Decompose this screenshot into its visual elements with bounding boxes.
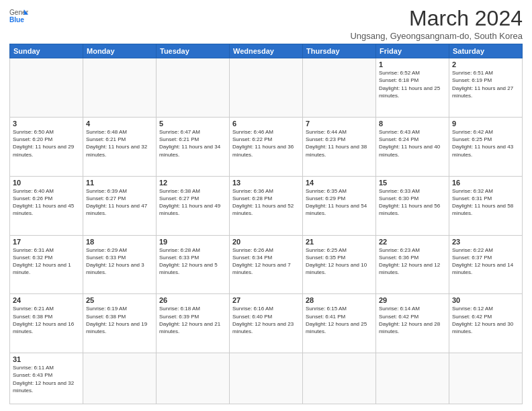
calendar-cell-5-1: 24Sunrise: 6:21 AM Sunset: 6:38 PM Dayli… [10, 294, 83, 353]
logo-icon: General Blue [9, 7, 28, 26]
day-number: 12 [159, 179, 226, 187]
col-thursday: Thursday [303, 44, 376, 58]
day-number: 21 [306, 238, 373, 246]
calendar-cell-1-6: 1Sunrise: 6:52 AM Sunset: 6:18 PM Daylig… [376, 58, 449, 118]
day-info: Sunrise: 6:46 AM Sunset: 6:22 PM Dayligh… [232, 128, 300, 158]
calendar-week-4: 17Sunrise: 6:31 AM Sunset: 6:32 PM Dayli… [10, 235, 523, 294]
day-number: 31 [13, 355, 80, 363]
calendar-cell-5-2: 25Sunrise: 6:19 AM Sunset: 6:38 PM Dayli… [83, 294, 157, 353]
day-info: Sunrise: 6:44 AM Sunset: 6:23 PM Dayligh… [306, 128, 373, 158]
calendar-cell-5-7: 30Sunrise: 6:12 AM Sunset: 6:42 PM Dayli… [449, 294, 523, 353]
calendar-header-row: Sunday Monday Tuesday Wednesday Thursday… [10, 44, 523, 58]
day-number: 3 [13, 120, 80, 128]
day-number: 18 [86, 238, 153, 246]
day-info: Sunrise: 6:21 AM Sunset: 6:38 PM Dayligh… [13, 305, 80, 335]
day-info: Sunrise: 6:15 AM Sunset: 6:41 PM Dayligh… [306, 305, 373, 335]
day-info: Sunrise: 6:11 AM Sunset: 6:43 PM Dayligh… [13, 364, 80, 394]
calendar-cell-3-7: 16Sunrise: 6:32 AM Sunset: 6:31 PM Dayli… [449, 176, 523, 235]
calendar-cell-6-3 [157, 353, 230, 404]
day-number: 9 [452, 120, 519, 128]
calendar-cell-6-5 [303, 353, 376, 404]
calendar-cell-3-4: 13Sunrise: 6:36 AM Sunset: 6:28 PM Dayli… [230, 176, 303, 235]
day-info: Sunrise: 6:38 AM Sunset: 6:27 PM Dayligh… [159, 187, 226, 218]
day-info: Sunrise: 6:19 AM Sunset: 6:38 PM Dayligh… [86, 305, 153, 335]
day-info: Sunrise: 6:52 AM Sunset: 6:18 PM Dayligh… [379, 69, 446, 99]
day-number: 25 [86, 296, 153, 304]
calendar-cell-3-6: 15Sunrise: 6:33 AM Sunset: 6:30 PM Dayli… [376, 176, 449, 235]
calendar-cell-4-2: 18Sunrise: 6:29 AM Sunset: 6:33 PM Dayli… [83, 235, 157, 294]
calendar-cell-3-1: 10Sunrise: 6:40 AM Sunset: 6:26 PM Dayli… [10, 176, 83, 235]
day-number: 4 [86, 120, 153, 128]
calendar-cell-1-7: 2Sunrise: 6:51 AM Sunset: 6:19 PM Daylig… [449, 58, 523, 118]
calendar-cell-1-4 [230, 58, 303, 118]
day-info: Sunrise: 6:40 AM Sunset: 6:26 PM Dayligh… [13, 187, 80, 218]
day-number: 22 [379, 238, 446, 246]
calendar-cell-2-6: 8Sunrise: 6:43 AM Sunset: 6:24 PM Daylig… [376, 117, 449, 176]
day-info: Sunrise: 6:39 AM Sunset: 6:27 PM Dayligh… [86, 187, 153, 218]
day-info: Sunrise: 6:43 AM Sunset: 6:24 PM Dayligh… [379, 128, 446, 158]
day-number: 26 [159, 296, 226, 304]
title-section: March 2024 Ungsang, Gyeongsangnam-do, So… [350, 7, 523, 41]
day-info: Sunrise: 6:16 AM Sunset: 6:40 PM Dayligh… [232, 305, 300, 335]
day-info: Sunrise: 6:25 AM Sunset: 6:35 PM Dayligh… [306, 246, 373, 277]
calendar-week-1: 1Sunrise: 6:52 AM Sunset: 6:18 PM Daylig… [10, 58, 523, 118]
main-title: March 2024 [350, 7, 523, 30]
day-info: Sunrise: 6:12 AM Sunset: 6:42 PM Dayligh… [452, 305, 519, 335]
calendar-week-6: 31Sunrise: 6:11 AM Sunset: 6:43 PM Dayli… [10, 353, 523, 404]
calendar-cell-4-1: 17Sunrise: 6:31 AM Sunset: 6:32 PM Dayli… [10, 235, 83, 294]
col-friday: Friday [376, 44, 449, 58]
day-info: Sunrise: 6:32 AM Sunset: 6:31 PM Dayligh… [452, 187, 519, 218]
calendar-cell-3-5: 14Sunrise: 6:35 AM Sunset: 6:29 PM Dayli… [303, 176, 376, 235]
calendar-cell-6-6 [376, 353, 449, 404]
calendar-week-3: 10Sunrise: 6:40 AM Sunset: 6:26 PM Dayli… [10, 176, 523, 235]
day-number: 28 [306, 296, 373, 304]
day-number: 16 [452, 179, 519, 187]
calendar-cell-3-2: 11Sunrise: 6:39 AM Sunset: 6:27 PM Dayli… [83, 176, 157, 235]
calendar-cell-3-3: 12Sunrise: 6:38 AM Sunset: 6:27 PM Dayli… [157, 176, 230, 235]
day-info: Sunrise: 6:23 AM Sunset: 6:36 PM Dayligh… [379, 246, 446, 277]
calendar-week-5: 24Sunrise: 6:21 AM Sunset: 6:38 PM Dayli… [10, 294, 523, 353]
day-number: 8 [379, 120, 446, 128]
calendar-cell-5-3: 26Sunrise: 6:18 AM Sunset: 6:39 PM Dayli… [157, 294, 230, 353]
day-info: Sunrise: 6:36 AM Sunset: 6:28 PM Dayligh… [232, 187, 300, 218]
svg-text:Blue: Blue [9, 16, 24, 24]
calendar-cell-2-4: 6Sunrise: 6:46 AM Sunset: 6:22 PM Daylig… [230, 117, 303, 176]
day-number: 6 [232, 120, 300, 128]
day-info: Sunrise: 6:33 AM Sunset: 6:30 PM Dayligh… [379, 187, 446, 218]
calendar-cell-1-3 [157, 58, 230, 118]
calendar-cell-1-2 [83, 58, 157, 118]
day-number: 10 [13, 179, 80, 187]
calendar-cell-5-6: 29Sunrise: 6:14 AM Sunset: 6:42 PM Dayli… [376, 294, 449, 353]
day-info: Sunrise: 6:48 AM Sunset: 6:21 PM Dayligh… [86, 128, 153, 158]
day-number: 13 [232, 179, 300, 187]
calendar-cell-4-4: 20Sunrise: 6:26 AM Sunset: 6:34 PM Dayli… [230, 235, 303, 294]
day-number: 24 [13, 296, 80, 304]
day-number: 11 [86, 179, 153, 187]
col-wednesday: Wednesday [230, 44, 303, 58]
day-info: Sunrise: 6:47 AM Sunset: 6:21 PM Dayligh… [159, 128, 226, 158]
header: General Blue March 2024 Ungsang, Gyeongs… [9, 7, 523, 41]
calendar-cell-4-6: 22Sunrise: 6:23 AM Sunset: 6:36 PM Dayli… [376, 235, 449, 294]
day-number: 7 [306, 120, 373, 128]
calendar-cell-4-3: 19Sunrise: 6:28 AM Sunset: 6:33 PM Dayli… [157, 235, 230, 294]
day-info: Sunrise: 6:14 AM Sunset: 6:42 PM Dayligh… [379, 305, 446, 335]
day-info: Sunrise: 6:28 AM Sunset: 6:33 PM Dayligh… [159, 246, 226, 277]
calendar-table: Sunday Monday Tuesday Wednesday Thursday… [9, 44, 523, 404]
col-monday: Monday [83, 44, 157, 58]
day-number: 5 [159, 120, 226, 128]
day-info: Sunrise: 6:31 AM Sunset: 6:32 PM Dayligh… [13, 246, 80, 277]
day-info: Sunrise: 6:50 AM Sunset: 6:20 PM Dayligh… [13, 128, 80, 158]
day-number: 23 [452, 238, 519, 246]
calendar-cell-2-3: 5Sunrise: 6:47 AM Sunset: 6:21 PM Daylig… [157, 117, 230, 176]
day-number: 30 [452, 296, 519, 304]
calendar-cell-2-2: 4Sunrise: 6:48 AM Sunset: 6:21 PM Daylig… [83, 117, 157, 176]
calendar-cell-6-1: 31Sunrise: 6:11 AM Sunset: 6:43 PM Dayli… [10, 353, 83, 404]
day-info: Sunrise: 6:26 AM Sunset: 6:34 PM Dayligh… [232, 246, 300, 277]
calendar-cell-4-7: 23Sunrise: 6:22 AM Sunset: 6:37 PM Dayli… [449, 235, 523, 294]
day-number: 27 [232, 296, 300, 304]
calendar-cell-1-5 [303, 58, 376, 118]
calendar-week-2: 3Sunrise: 6:50 AM Sunset: 6:20 PM Daylig… [10, 117, 523, 176]
logo: General Blue [9, 7, 28, 26]
calendar-cell-2-1: 3Sunrise: 6:50 AM Sunset: 6:20 PM Daylig… [10, 117, 83, 176]
calendar-cell-1-1 [10, 58, 83, 118]
